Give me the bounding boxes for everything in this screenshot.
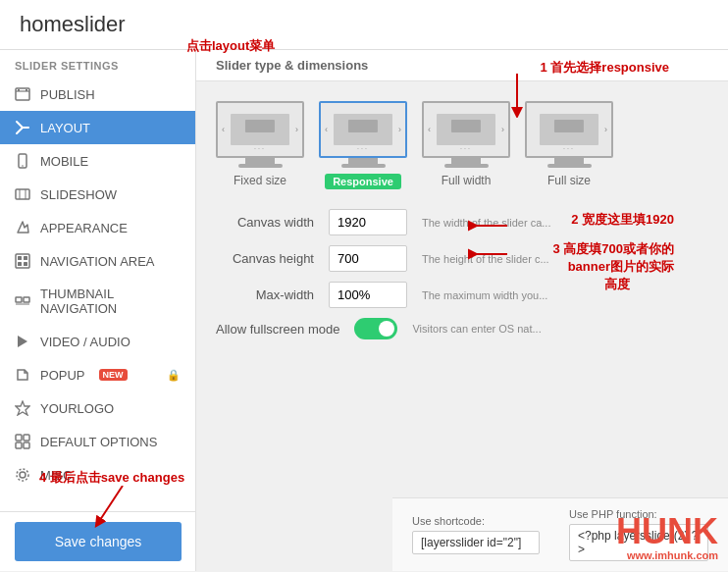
- watermark: HUNK www.imhunk.com: [616, 514, 718, 561]
- popup-icon: [15, 367, 30, 383]
- lock-icon: 🔒: [167, 369, 181, 382]
- thumbnail-navigation-icon: [15, 293, 30, 309]
- svg-rect-16: [24, 297, 29, 302]
- shortcode-item: Use shortcode: [layersslider id="2"]: [412, 515, 540, 554]
- sidebar-item-appearance[interactable]: APPEARANCE: [0, 211, 195, 244]
- sidebar-item-yourlogo[interactable]: YOURLOGO: [0, 391, 195, 425]
- svg-rect-14: [24, 262, 27, 266]
- sidebar-item-yourlogo-label: YOURLOGO: [40, 401, 114, 416]
- svg-rect-19: [16, 435, 22, 441]
- fullscreen-label: Allow fullscreen mode: [216, 322, 339, 337]
- canvas-height-label: Canvas height: [216, 251, 314, 266]
- svg-point-6: [22, 165, 24, 167]
- sidebar-item-appearance-label: APPEARANCE: [40, 221, 128, 235]
- sidebar-item-publish-label: PUBLISH: [40, 87, 95, 102]
- shortcode-label: Use shortcode:: [412, 515, 540, 527]
- publish-icon: [15, 86, 30, 102]
- responsive-label: Responsive: [325, 174, 401, 189]
- canvas-height-input[interactable]: [329, 245, 407, 272]
- canvas-height-hint: The height of the slider c...: [422, 253, 708, 265]
- sidebar-section-title: SLIDER SETTINGS: [0, 50, 195, 78]
- sidebar-item-layout-label: LAYOUT: [40, 121, 90, 135]
- sidebar-item-default-options[interactable]: DEFAULT OPTIONS: [0, 425, 195, 458]
- svg-rect-22: [24, 442, 29, 448]
- canvas-width-row: Canvas width The width of the slider ca.…: [216, 209, 708, 235]
- save-changes-button[interactable]: Save changes: [15, 522, 182, 561]
- canvas-width-label: Canvas width: [216, 215, 314, 230]
- svg-rect-3: [26, 89, 27, 91]
- default-options-icon: [15, 434, 30, 449]
- fixed-size-screen: ‹ › ···: [216, 101, 304, 158]
- svg-rect-21: [16, 442, 22, 448]
- save-area: Save changes: [0, 511, 196, 571]
- slider-type-responsive[interactable]: ‹ › ··· Responsive: [319, 101, 407, 189]
- svg-point-24: [17, 469, 28, 481]
- sidebar-item-navigation-area[interactable]: NAVIGATION AREA: [0, 244, 195, 278]
- full-size-base: [547, 164, 592, 168]
- svg-rect-12: [24, 256, 27, 260]
- canvas-width-hint: The width of the slider ca...: [422, 217, 708, 229]
- svg-rect-13: [18, 262, 22, 266]
- layout-icon: [15, 120, 30, 135]
- misc-icon: [15, 467, 30, 483]
- watermark-hunk-text: HUNK: [616, 514, 718, 549]
- sidebar-item-mobile-label: MOBILE: [40, 154, 88, 169]
- sidebar-item-video-audio[interactable]: VIDEO / AUDIO: [0, 325, 195, 358]
- sidebar-item-default-options-label: DEFAULT OPTIONS: [40, 435, 157, 449]
- sidebar: SLIDER SETTINGS PUBLISH LAYOUT: [0, 50, 196, 571]
- fixed-size-label: Fixed size: [234, 174, 286, 187]
- full-width-base: [444, 164, 489, 168]
- top-bar: homeslider: [0, 0, 728, 50]
- fullscreen-hint: Visitors can enter OS nat...: [412, 323, 708, 335]
- sidebar-item-thumbnail-navigation[interactable]: THUMBNAIL NAVIGATION: [0, 278, 195, 325]
- fullscreen-row: Allow fullscreen mode Visitors can enter…: [216, 318, 708, 339]
- canvas-width-input[interactable]: [329, 209, 407, 235]
- max-width-input[interactable]: [329, 282, 407, 308]
- full-width-inner: [437, 114, 495, 145]
- sidebar-item-thumbnail-navigation-label: THUMBNAIL NAVIGATION: [40, 286, 181, 316]
- svg-marker-18: [18, 336, 27, 347]
- svg-rect-15: [16, 297, 22, 302]
- responsive-screen: ‹ › ···: [319, 101, 407, 158]
- fullscreen-toggle[interactable]: [354, 318, 397, 339]
- content-scroll: Slider type & dimensions ‹ › ···: [196, 50, 728, 522]
- sidebar-item-publish[interactable]: PUBLISH: [0, 78, 195, 111]
- slideshow-icon: [15, 186, 30, 202]
- mobile-icon: [15, 153, 30, 169]
- svg-rect-7: [16, 189, 29, 199]
- watermark-url-text: www.imhunk.com: [627, 549, 718, 561]
- sidebar-item-popup[interactable]: POPUP NEW 🔒: [0, 358, 195, 391]
- sidebar-item-video-audio-label: VIDEO / AUDIO: [40, 335, 130, 349]
- sidebar-item-layout[interactable]: LAYOUT: [0, 111, 195, 144]
- full-size-inner: [540, 114, 598, 145]
- section-title: Slider type & dimensions: [196, 50, 728, 81]
- sidebar-item-navigation-area-label: NAVIGATION AREA: [40, 254, 155, 269]
- full-size-screen: › ···: [525, 101, 613, 158]
- canvas-height-row: Canvas height The height of the slider c…: [216, 245, 708, 272]
- svg-rect-11: [18, 256, 22, 260]
- page-title: homeslider: [20, 12, 708, 37]
- content-inner: ‹ › ··· Fixed size: [196, 81, 728, 369]
- full-size-frame: › ···: [525, 101, 613, 168]
- navigation-area-icon: [15, 253, 30, 269]
- sidebar-item-slideshow[interactable]: SLIDESHOW: [0, 178, 195, 211]
- full-size-label: Full size: [547, 174, 591, 187]
- appearance-icon: [15, 220, 30, 235]
- svg-rect-20: [24, 435, 29, 441]
- video-audio-icon: [15, 334, 30, 349]
- sidebar-item-slideshow-label: SLIDESHOW: [40, 187, 117, 202]
- slider-type-full-size[interactable]: › ··· Full size: [525, 101, 613, 189]
- max-width-row: Max-width The maximum width you...: [216, 282, 708, 308]
- full-width-label: Full width: [442, 174, 492, 187]
- shortcode-value: [layersslider id="2"]: [412, 531, 540, 554]
- full-width-frame: ‹ › ···: [422, 101, 510, 168]
- slider-type-fixed-size[interactable]: ‹ › ··· Fixed size: [216, 101, 304, 189]
- toggle-knob: [379, 321, 394, 337]
- slider-type-full-width[interactable]: ‹ › ··· Full width: [422, 101, 510, 189]
- content-area: Slider type & dimensions ‹ › ···: [196, 50, 728, 571]
- sidebar-item-mobile[interactable]: MOBILE: [0, 144, 195, 178]
- popup-new-badge: NEW: [99, 369, 128, 381]
- sidebar-item-misc[interactable]: MISC: [0, 458, 195, 492]
- max-width-label: Max-width: [216, 287, 314, 302]
- svg-rect-2: [18, 89, 20, 91]
